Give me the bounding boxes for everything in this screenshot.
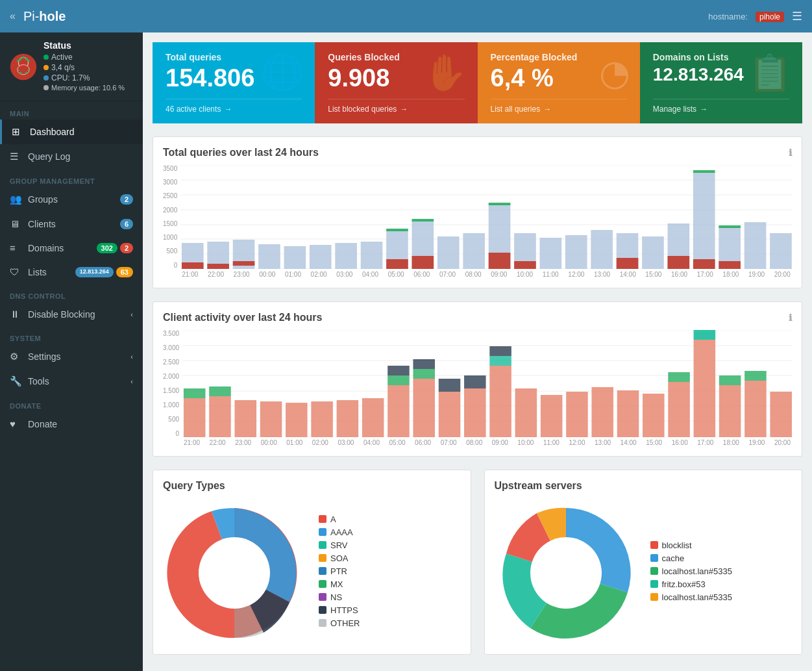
svg-rect-69 <box>209 396 231 437</box>
svg-rect-100 <box>744 371 767 381</box>
sidebar-status: Status Active 3,4 q/s CPU: 1.7% Memory u… <box>0 32 143 101</box>
svg-rect-59 <box>719 225 741 228</box>
legend-aaaa-color <box>319 528 326 536</box>
legend-ptr-color <box>319 567 326 575</box>
svg-rect-94 <box>388 375 410 385</box>
pie-chart-icon: ◔ <box>599 52 630 94</box>
raspberry-pi-logo <box>10 53 37 81</box>
query-types-title: Query Types <box>163 480 461 492</box>
tools-icon: 🔧 <box>10 375 21 387</box>
sidebar-item-groups[interactable]: 👥 Groups 2 <box>0 187 143 212</box>
bottom-charts-row: Query Types A <box>153 470 802 655</box>
sidebar-item-tools[interactable]: 🔧 Tools ‹ <box>0 369 143 394</box>
sidebar-item-domains[interactable]: ≡ Domains 302 2 <box>0 236 143 260</box>
total-queries-link[interactable]: 46 active clients → <box>166 99 302 114</box>
sidebar-section-donate: DONATE <box>0 397 143 412</box>
svg-rect-57 <box>489 203 511 205</box>
domains-badge-green: 302 <box>97 243 117 253</box>
svg-rect-90 <box>744 381 767 437</box>
svg-rect-56 <box>412 219 434 222</box>
svg-point-9 <box>25 71 27 73</box>
svg-rect-68 <box>184 398 206 437</box>
svg-rect-34 <box>540 238 562 269</box>
svg-rect-99 <box>719 375 741 385</box>
legend-a-color <box>319 515 326 523</box>
svg-rect-74 <box>337 400 359 437</box>
sidebar-item-lists[interactable]: 🛡 Lists 12.813.264 63 <box>0 260 143 284</box>
clients-badge: 6 <box>120 219 133 229</box>
svg-rect-46 <box>233 261 255 266</box>
query-types-donut <box>163 501 306 644</box>
percentage-link[interactable]: List all queries → <box>491 99 627 114</box>
stat-card-queries-blocked: Queries Blocked 9.908 List blocked queri… <box>315 42 477 123</box>
svg-rect-93 <box>209 386 231 396</box>
svg-rect-103 <box>439 379 461 392</box>
svg-rect-72 <box>286 403 308 437</box>
svg-point-2 <box>19 58 21 60</box>
query-types-legend: A AAAA SRV SOA PTR MX NS HTTPS OTHER <box>319 514 360 631</box>
legend-fritz-color <box>650 580 658 588</box>
svg-rect-40 <box>693 171 715 269</box>
sidebar-item-donate[interactable]: ♥ Donate <box>0 412 143 436</box>
sidebar-section-main: MAIN <box>0 105 143 120</box>
svg-rect-45 <box>208 264 230 269</box>
arrow-right-icon-2: → <box>400 105 408 114</box>
stat-card-domains: Domains on Lists 12.813.264 Manage lists… <box>640 42 802 123</box>
svg-rect-53 <box>693 259 715 269</box>
svg-rect-104 <box>464 375 486 388</box>
sidebar-section-group: GROUP MANAGEMENT <box>0 172 143 187</box>
settings-chevron: ‹ <box>130 353 133 361</box>
svg-rect-23 <box>258 244 280 269</box>
svg-rect-75 <box>362 398 384 437</box>
topnav: « Pi‑hole hostname: pihole ☰ <box>0 0 812 32</box>
svg-rect-70 <box>235 400 257 437</box>
svg-rect-73 <box>311 401 333 437</box>
sidebar-item-dashboard[interactable]: ⊞ Dashboard <box>0 120 143 144</box>
sidebar-section-system: SYSTEM <box>0 329 143 344</box>
client-chart-title: Client activity over last 24 hours <box>163 312 322 323</box>
client-chart-info-icon: ℹ <box>789 312 792 323</box>
svg-point-5 <box>17 60 19 62</box>
menu-icon[interactable]: ☰ <box>792 9 802 23</box>
svg-rect-30 <box>437 236 460 269</box>
svg-rect-105 <box>489 346 511 356</box>
svg-rect-35 <box>565 235 587 269</box>
svg-rect-101 <box>388 366 410 375</box>
dashboard-icon: ⊞ <box>12 126 23 138</box>
sidebar-toggle-icon[interactable]: « <box>10 10 16 22</box>
arrow-right-icon-3: → <box>543 105 551 114</box>
svg-rect-76 <box>388 385 410 437</box>
query-types-card: Query Types A <box>153 470 471 655</box>
client-x-labels: 21:0022:0023:0000:0001:0002:0003:0004:00… <box>182 439 792 446</box>
svg-rect-48 <box>412 256 434 269</box>
sidebar-item-query-log[interactable]: ☰ Query Log <box>0 144 143 169</box>
svg-rect-82 <box>541 395 563 437</box>
domains-badge-red: 2 <box>120 243 133 253</box>
svg-rect-58 <box>693 170 715 173</box>
lists-badge-blue: 12.813.264 <box>75 267 114 277</box>
svg-rect-54 <box>719 261 741 269</box>
queries-chart-info-icon: ℹ <box>789 147 792 158</box>
queries-blocked-link[interactable]: List blocked queries → <box>328 99 464 114</box>
svg-rect-102 <box>413 359 435 369</box>
sidebar-item-settings[interactable]: ⚙ Settings ‹ <box>0 344 143 369</box>
arrow-right-icon-4: → <box>700 105 707 114</box>
upstream-servers-card: Upstream servers <box>484 470 803 655</box>
hand-icon: ✋ <box>423 52 468 94</box>
y-axis-labels-clients: 3.5003.0002.5002.0001.5001.0005000 <box>163 330 182 437</box>
legend-other-color <box>319 619 326 627</box>
sidebar-item-disable-blocking[interactable]: ⏸ Disable Blocking ‹ <box>0 302 143 326</box>
legend-soa-color <box>319 554 326 562</box>
legend-cache-color <box>650 554 658 562</box>
svg-rect-96 <box>489 356 511 366</box>
upstream-servers-legend: blocklist cache localhost.lan#5335 fritz… <box>650 540 732 605</box>
app-logo: Pi‑hole <box>23 9 66 24</box>
globe-icon: 🌐 <box>260 52 305 94</box>
hostname-label: hostname: <box>708 12 748 21</box>
client-activity-chart-card: Client activity over last 24 hours ℹ 3.5… <box>153 301 802 457</box>
svg-rect-25 <box>310 245 332 269</box>
sidebar-item-clients[interactable]: 🖥 Clients 6 <box>0 212 143 236</box>
domains-link[interactable]: Manage lists → <box>653 99 789 114</box>
svg-point-6 <box>28 60 30 62</box>
queries-x-labels: 21:0022:0023:0000:0001:0002:0003:0004:00… <box>180 271 792 278</box>
